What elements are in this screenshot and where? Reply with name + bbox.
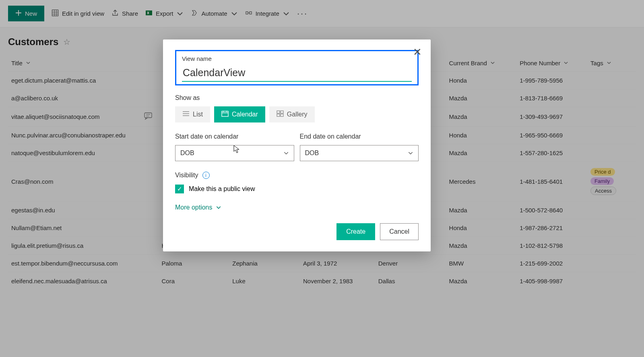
svg-rect-6 bbox=[277, 111, 280, 113]
date-fields-row: Start date on calendar DOB End date on c… bbox=[175, 133, 419, 161]
svg-rect-7 bbox=[281, 111, 283, 113]
check-icon: ✓ bbox=[177, 185, 182, 193]
end-date-value: DOB bbox=[305, 149, 319, 157]
start-date-select[interactable]: DOB bbox=[175, 145, 294, 161]
chevron-down-icon bbox=[408, 150, 413, 156]
svg-rect-8 bbox=[277, 114, 280, 116]
start-date-value: DOB bbox=[180, 149, 194, 157]
end-date-label: End date on calendar bbox=[300, 133, 419, 140]
show-as-options: List Calendar Gallery bbox=[175, 106, 419, 122]
calendar-icon bbox=[221, 110, 229, 118]
show-as-label: Show as bbox=[175, 94, 419, 102]
svg-rect-9 bbox=[281, 114, 283, 116]
view-name-highlight-box: View name bbox=[175, 50, 419, 85]
public-view-checkbox[interactable]: ✓ bbox=[175, 185, 184, 193]
show-as-calendar-option[interactable]: Calendar bbox=[214, 106, 265, 122]
show-as-calendar-label: Calendar bbox=[232, 111, 258, 118]
view-name-input[interactable] bbox=[182, 64, 412, 82]
show-as-gallery-label: Gallery bbox=[287, 111, 308, 118]
chevron-down-icon bbox=[216, 205, 221, 210]
more-options-label: More options bbox=[175, 204, 213, 211]
visibility-label: Visibility bbox=[175, 172, 198, 179]
visibility-header: Visibility i bbox=[175, 172, 419, 179]
public-view-label: Make this a public view bbox=[189, 185, 255, 193]
svg-rect-5 bbox=[222, 111, 228, 116]
cancel-button[interactable]: Cancel bbox=[380, 223, 419, 240]
create-view-dialog: ✕ View name Show as List Calendar Galler… bbox=[163, 39, 431, 251]
public-view-row: ✓ Make this a public view bbox=[175, 185, 419, 193]
show-as-gallery-option[interactable]: Gallery bbox=[269, 106, 315, 122]
close-icon: ✕ bbox=[413, 46, 422, 58]
dialog-footer: Create Cancel bbox=[175, 223, 419, 240]
info-icon[interactable]: i bbox=[202, 172, 210, 179]
gallery-icon bbox=[277, 110, 284, 118]
start-date-label: Start date on calendar bbox=[175, 133, 294, 140]
show-as-list-label: List bbox=[193, 111, 203, 118]
more-options-toggle[interactable]: More options bbox=[175, 204, 419, 211]
chevron-down-icon bbox=[283, 150, 289, 156]
create-button[interactable]: Create bbox=[336, 223, 375, 240]
close-button[interactable]: ✕ bbox=[413, 46, 422, 58]
show-as-list-option[interactable]: List bbox=[175, 106, 210, 122]
view-name-label: View name bbox=[182, 55, 412, 62]
end-date-select[interactable]: DOB bbox=[300, 145, 419, 161]
list-icon bbox=[182, 111, 190, 118]
